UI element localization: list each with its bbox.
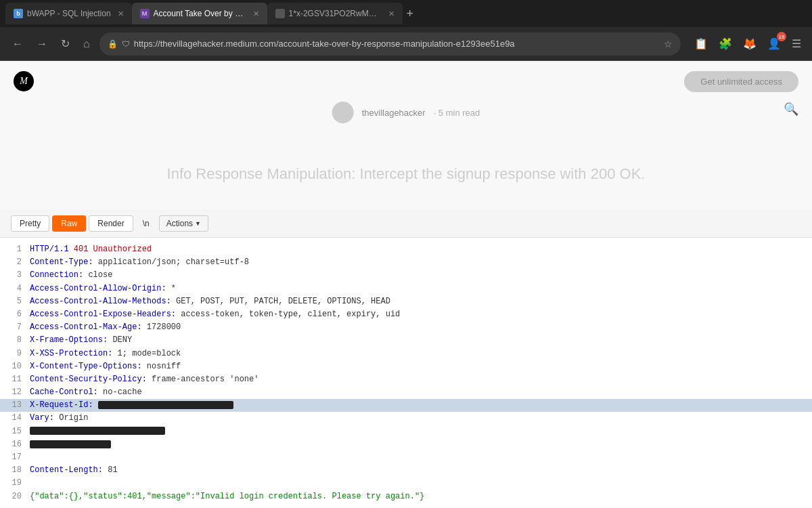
line-num-10: 10 <box>5 360 22 373</box>
code-line-2: 2 Content-Type: application/json; charse… <box>0 256 812 269</box>
code-line-3: 3 Connection: close <box>0 269 812 282</box>
line-num-8: 8 <box>5 334 22 347</box>
line-num-19: 19 <box>5 477 22 490</box>
actions-dropdown[interactable]: Actions ▼ <box>159 215 208 232</box>
code-line-13: 13 X-Request-Id: <box>0 399 812 412</box>
author-name: thevillagehacker <box>362 108 426 118</box>
tab-newline[interactable]: \n <box>136 216 156 231</box>
menu-icon[interactable]: ☰ <box>789 35 804 53</box>
line-num-4: 4 <box>5 282 22 295</box>
response-panel: Pretty Raw Render \n Actions ▼ 1 HTTP/1.… <box>0 210 812 508</box>
chevron-down-icon: ▼ <box>195 220 201 227</box>
nav-bar: ← → ↻ ⌂ 🔒 🛡 https://thevillagehacker.med… <box>0 27 812 61</box>
browser-chrome: b bWAPP - SQL Injection ✕ M Account Take… <box>0 0 812 61</box>
tab-label-1: bWAPP - SQL Injection <box>27 9 111 18</box>
extensions-icon[interactable]: 🧩 <box>716 35 735 53</box>
article-heading: Info Response Manipulation: Intercept th… <box>167 165 646 183</box>
tab-close-3[interactable]: ✕ <box>388 9 394 18</box>
tab-close-2[interactable]: ✕ <box>253 9 259 18</box>
code-line-8: 8 X-Frame-Options: DENY <box>0 334 812 347</box>
line-num-6: 6 <box>5 308 22 321</box>
url-text: https://thevillagehacker.medium.com/acco… <box>134 39 660 49</box>
bookmark-icon[interactable]: ☆ <box>664 39 673 49</box>
line-content-19 <box>30 477 807 490</box>
tab-render[interactable]: Render <box>89 215 133 232</box>
line-num-20: 20 <box>5 490 22 503</box>
home-button[interactable]: ⌂ <box>79 35 94 53</box>
tab-account-takeover[interactable]: M Account Take Over by Response M... ✕ <box>132 3 267 24</box>
search-icon[interactable]: 🔍 <box>784 102 798 117</box>
line-num-14: 14 <box>5 412 22 425</box>
line-content-5: Access-Control-Allow-Methods: GET, POST,… <box>30 295 807 308</box>
line-content-18: Content-Length: 81 <box>30 464 807 477</box>
line-content-7: Access-Control-Max-Age: 1728000 <box>30 321 807 334</box>
code-line-4: 4 Access-Control-Allow-Origin: * <box>0 282 812 295</box>
panel-tabs: Pretty Raw Render \n Actions ▼ <box>0 210 812 238</box>
line-num-3: 3 <box>5 269 22 282</box>
line-num-2: 2 <box>5 256 22 269</box>
line-num-5: 5 <box>5 295 22 308</box>
line-num-1: 1 <box>5 243 22 256</box>
get-unlimited-container: Get unlimited access <box>684 71 798 92</box>
tab-label-3: 1*x-2GSV31PO2RwMHw6_sMkA.p... <box>289 9 382 18</box>
nav-icons: 📋 🧩 🦊 👤 18 ☰ <box>692 35 804 53</box>
tab-favicon-3 <box>275 9 285 18</box>
tab-file[interactable]: 1*x-2GSV31PO2RwMHw6_sMkA.p... ✕ <box>267 3 403 24</box>
line-content-11: Content-Security-Policy: frame-ancestors… <box>30 373 807 386</box>
line-content-20: {"data":{},"status":401,"message":"Inval… <box>30 490 807 503</box>
line-content-14: Vary: Origin <box>30 412 807 425</box>
line-content-8: X-Frame-Options: DENY <box>30 334 807 347</box>
code-line-10: 10 X-Content-Type-Options: nosniff <box>0 360 812 373</box>
line-content-10: X-Content-Type-Options: nosniff <box>30 360 807 373</box>
line-content-3: Connection: close <box>30 269 807 282</box>
code-line-12: 12 Cache-Control: no-cache <box>0 386 812 399</box>
tab-close-1[interactable]: ✕ <box>118 9 124 18</box>
line-num-16: 16 <box>5 438 22 451</box>
security-icon: 🔒 <box>108 39 118 49</box>
address-bar[interactable]: 🔒 🛡 https://thevillagehacker.medium.com/… <box>99 33 681 56</box>
author-info: thevillagehacker · 5 min read <box>332 102 480 123</box>
code-line-16: 16 <box>0 438 812 451</box>
line-content-6: Access-Control-Expose-Headers: access-to… <box>30 308 807 321</box>
shield-icon: 🛡 <box>122 39 130 49</box>
author-avatar <box>332 102 354 123</box>
line-num-18: 18 <box>5 464 22 477</box>
code-line-7: 7 Access-Control-Max-Age: 1728000 <box>0 321 812 334</box>
notification-count: 18 <box>777 32 786 41</box>
code-line-18: 18 Content-Length: 81 <box>0 464 812 477</box>
line-num-7: 7 <box>5 321 22 334</box>
medium-logo: M <box>14 71 34 91</box>
code-line-1: 1 HTTP/1.1 401 Unauthorized <box>0 243 812 256</box>
tab-bwapp[interactable]: b bWAPP - SQL Injection ✕ <box>5 3 132 24</box>
line-content-16 <box>30 438 807 451</box>
article-header: M Get unlimited access thevillagehacker … <box>0 61 812 210</box>
code-line-5: 5 Access-Control-Allow-Methods: GET, POS… <box>0 295 812 308</box>
author-meta: · 5 min read <box>434 108 480 118</box>
line-num-17: 17 <box>5 451 22 464</box>
get-unlimited-button[interactable]: Get unlimited access <box>684 71 798 92</box>
line-content-13: X-Request-Id: <box>30 399 807 412</box>
actions-label: Actions <box>166 219 193 228</box>
line-content-2: Content-Type: application/json; charset=… <box>30 256 807 269</box>
firefox-icon[interactable]: 🦊 <box>740 35 759 53</box>
reading-list-icon[interactable]: 📋 <box>692 35 710 53</box>
code-line-14: 14 Vary: Origin <box>0 412 812 425</box>
line-num-12: 12 <box>5 386 22 399</box>
tab-label-2: Account Take Over by Response M... <box>154 9 246 18</box>
notification-badge[interactable]: 👤 18 <box>765 35 784 53</box>
code-line-19: 19 <box>0 477 812 490</box>
new-tab-button[interactable]: + <box>403 7 418 21</box>
line-num-15: 15 <box>5 425 22 438</box>
forward-button[interactable]: → <box>32 35 51 53</box>
tab-raw[interactable]: Raw <box>52 215 86 232</box>
tab-pretty[interactable]: Pretty <box>11 215 49 232</box>
code-line-20: 20 {"data":{},"status":401,"message":"In… <box>0 490 812 503</box>
page-content: M Get unlimited access thevillagehacker … <box>0 61 812 508</box>
line-content-12: Cache-Control: no-cache <box>30 386 807 399</box>
line-num-9: 9 <box>5 347 22 360</box>
back-button[interactable]: ← <box>8 35 27 53</box>
line-content-17 <box>30 451 807 464</box>
line-content-1: HTTP/1.1 401 Unauthorized <box>30 243 807 256</box>
code-area: 1 HTTP/1.1 401 Unauthorized 2 Content-Ty… <box>0 238 812 508</box>
refresh-button[interactable]: ↻ <box>57 35 74 53</box>
